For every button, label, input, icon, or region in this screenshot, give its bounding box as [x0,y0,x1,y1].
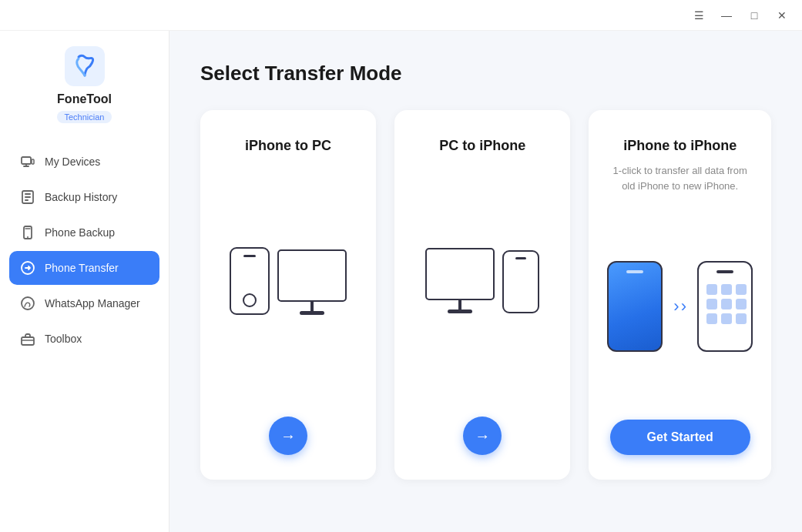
sidebar: FoneTool Technician My Devices [0,31,169,532]
iphone-to-pc-arrow-button[interactable]: → [269,417,307,455]
arrow-1: › [673,296,679,316]
sidebar-item-phone-backup[interactable]: Phone Backup [9,216,159,249]
grid-dot-8 [721,313,732,324]
svg-rect-0 [65,46,105,86]
svg-rect-1 [22,157,31,164]
iphone-left [607,261,663,352]
close-icon: ✕ [777,9,787,22]
pc-to-iphone-arrow-button[interactable]: → [463,417,502,455]
iphone-to-pc-card: iPhone to PC → [200,110,376,480]
minimize-button[interactable]: — [716,5,737,26]
page-title: Select Transfer Mode [200,62,771,85]
iphone-shape-left [230,247,270,315]
toolbox-icon [20,331,35,346]
grid-dot-3 [736,284,747,295]
grid-dot-7 [706,313,717,324]
iphone-to-pc-title: iPhone to PC [245,138,331,154]
iphone-to-iphone-title: iPhone to iPhone [623,138,737,154]
sidebar-item-my-devices[interactable]: My Devices [9,145,159,179]
svg-rect-2 [32,159,34,164]
iphone-to-iphone-desc: 1-click to transfer all data from old iP… [607,163,753,193]
main-content: Select Transfer Mode iPhone to PC [169,31,802,532]
sidebar-item-phone-backup-label: Phone Backup [45,226,115,239]
pc-to-iphone-action: → [463,417,502,455]
grid-dot-1 [706,284,717,295]
whatsapp-icon [20,296,35,311]
sidebar-item-toolbox-label: Toolbox [45,333,82,345]
iphone-to-iphone-illustration: › › [607,212,753,401]
iphone-to-iphone-action: Get Started [610,420,750,455]
device-icon [20,154,35,169]
iphone-to-iphone-card: iPhone to iPhone 1-click to transfer all… [589,110,771,480]
svg-rect-7 [25,196,31,198]
history-icon [20,189,35,205]
sidebar-item-phone-transfer-label: Phone Transfer [45,262,119,274]
maximize-icon: □ [751,9,757,22]
get-started-button[interactable]: Get Started [610,420,750,455]
menu-icon: ☰ [694,9,704,22]
svg-rect-14 [22,337,34,345]
sidebar-item-whatsapp-manager-label: WhatsApp Manager [45,297,140,309]
menu-button[interactable]: ☰ [688,5,710,26]
titlebar: ☰ — □ ✕ [0,0,802,31]
grid-dot-6 [736,299,747,309]
sidebar-item-phone-transfer[interactable]: Phone Transfer [9,251,159,285]
arrow-right-icon-2: → [475,427,490,445]
minimize-icon: — [721,9,732,22]
transfer-arrows: › › [673,296,686,316]
arrow-right-icon: → [280,427,296,445]
app-logo-icon [65,46,105,86]
pc-to-iphone-card: PC to iPhone → [394,110,570,480]
iphone-to-pc-illustration [219,163,357,398]
transfer-mode-cards: iPhone to PC → [200,110,771,480]
grid-dot-5 [721,299,732,309]
sidebar-item-my-devices-label: My Devices [45,156,100,168]
grid-dot-4 [706,299,717,309]
sidebar-navigation: My Devices Backup History [0,145,169,532]
app-badge: Technician [57,111,112,123]
iphone-shape-right [502,250,539,313]
sidebar-item-toolbox[interactable]: Toolbox [9,322,159,356]
maximize-button[interactable]: □ [743,5,765,26]
svg-point-13 [22,297,34,309]
sidebar-item-backup-history[interactable]: Backup History [9,180,159,214]
svg-rect-8 [25,199,29,201]
iphone-right [697,261,753,352]
sidebar-item-whatsapp-manager[interactable]: WhatsApp Manager [9,286,159,320]
pc-to-iphone-title: PC to iPhone [439,138,525,154]
pc-to-iphone-illustration [413,163,552,398]
grid-dot-9 [736,313,747,324]
monitor-shape-2 [425,248,495,313]
svg-rect-6 [25,193,31,195]
svg-point-10 [27,236,29,238]
grid-dot-2 [721,284,732,295]
arrow-2: › [681,296,686,316]
iphone-to-pc-action: → [269,417,307,455]
phone-right-grid [706,284,743,324]
app-body: FoneTool Technician My Devices [0,31,802,532]
sidebar-item-backup-history-label: Backup History [45,191,117,203]
sidebar-logo: FoneTool Technician [0,46,169,123]
transfer-icon [20,260,35,276]
app-name: FoneTool [57,92,112,106]
close-button[interactable]: ✕ [771,5,793,26]
backup-icon [20,225,35,240]
monitor-shape [277,249,347,315]
